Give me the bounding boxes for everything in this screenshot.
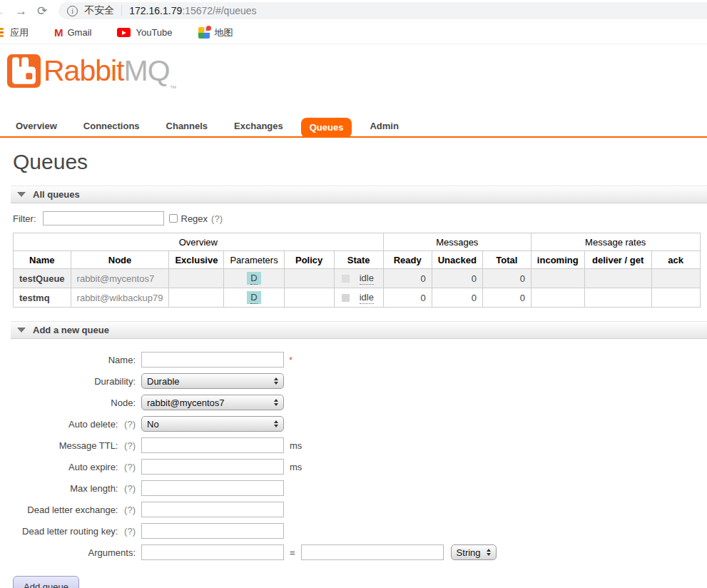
select-arrows-icon	[274, 377, 278, 385]
cell-unacked: 0	[432, 288, 482, 308]
auto-delete-select[interactable]: No	[141, 416, 284, 432]
durability-label: Durability:	[13, 376, 141, 387]
col-incoming[interactable]: incoming	[531, 251, 584, 269]
tab-queues[interactable]: Queues	[301, 118, 352, 138]
queue-node: rabbit@mycentos7	[71, 269, 169, 288]
state-link[interactable]: idle	[360, 273, 374, 285]
cell-ack	[651, 269, 700, 288]
form-row-node: Node: rabbit@mycentos7	[13, 395, 707, 410]
url-host: 172.16.1.79	[129, 5, 182, 16]
state-link[interactable]: idle	[360, 292, 374, 304]
cell-total: 0	[482, 288, 531, 308]
cell-total: 0	[482, 269, 531, 288]
auto-expire-field[interactable]	[141, 459, 284, 475]
regex-checkbox[interactable]	[169, 214, 178, 223]
durable-badge[interactable]: D	[247, 272, 260, 285]
argument-type-select[interactable]: String	[451, 544, 497, 560]
col-deliver-get[interactable]: deliver / get	[584, 251, 651, 269]
main-tabs: Overview Connections Channels Exchanges …	[0, 116, 707, 138]
dead-letter-routing-key-help-link[interactable]: (?)	[124, 526, 136, 537]
argument-key-field[interactable]	[141, 544, 284, 560]
message-ttl-help-link[interactable]: (?)	[124, 440, 136, 451]
refresh-icon[interactable]: ⟳	[37, 5, 47, 17]
max-length-help-link[interactable]: (?)	[124, 483, 136, 494]
auto-expire-label: Auto expire: (?)	[13, 462, 141, 472]
address-bar[interactable]: i 不安全 172.16.1.79:15672/#/queues	[59, 2, 707, 19]
cell-ready: 0	[383, 288, 432, 308]
queue-name[interactable]: testmq	[14, 288, 71, 308]
tab-connections[interactable]: Connections	[83, 116, 140, 136]
col-unacked[interactable]: Unacked	[432, 251, 482, 269]
regex-label: Regex	[181, 213, 208, 224]
cell-policy	[284, 288, 334, 308]
bookmark-maps[interactable]: 地图	[173, 26, 233, 39]
address-divider	[121, 5, 122, 16]
add-queue-button[interactable]: Add queue	[13, 576, 79, 588]
regex-help-link[interactable]: (?)	[211, 213, 223, 224]
queue-name[interactable]: testQueue	[14, 269, 71, 288]
add-queue-title: Add a new queue	[33, 325, 109, 335]
arguments-equals: =	[290, 547, 295, 558]
max-length-label: Max length: (?)	[13, 483, 141, 494]
message-ttl-field[interactable]	[141, 437, 284, 453]
col-state[interactable]: State	[334, 251, 383, 269]
bookmark-gmail[interactable]: M Gmail	[29, 26, 91, 39]
col-total[interactable]: Total	[482, 251, 531, 269]
node-label: Node:	[13, 397, 141, 408]
form-row-arguments: Arguments: = String	[13, 544, 707, 560]
durable-badge[interactable]: D	[247, 291, 260, 304]
select-arrows-icon	[487, 549, 491, 556]
cell-deliver-get	[584, 269, 651, 288]
select-arrows-icon	[274, 420, 278, 427]
message-ttl-label: Message TTL: (?)	[13, 440, 141, 451]
col-name[interactable]: Name	[14, 251, 71, 269]
form-row-durability: Durability: Durable	[13, 373, 707, 389]
bookmark-apps[interactable]: 应用	[0, 26, 29, 39]
table-row: testmq rabbit@wikbackup79 D idle 0 0 0	[14, 288, 701, 308]
auto-delete-help-link[interactable]: (?)	[124, 419, 136, 430]
table-column-header-row: Name Node Exclusive Parameters Policy St…	[14, 251, 701, 269]
add-queue-section-header[interactable]: Add a new queue	[11, 321, 707, 339]
rabbitmq-logo[interactable]: RabbitMQ™	[7, 54, 707, 105]
bookmark-apps-label: 应用	[10, 26, 29, 39]
node-select[interactable]: rabbit@mycentos7	[141, 395, 284, 410]
cell-policy	[284, 269, 334, 288]
col-ready[interactable]: Ready	[383, 251, 432, 269]
name-label: Name:	[13, 355, 141, 365]
forward-icon[interactable]: →	[15, 5, 27, 17]
cell-state: idle	[334, 269, 383, 288]
filter-input[interactable]	[43, 211, 164, 225]
cell-incoming	[531, 288, 584, 308]
form-row-dead-letter-routing-key: Dead letter routing key: (?)	[13, 523, 707, 539]
rabbitmq-wordmark: RabbitMQ™	[44, 54, 177, 105]
name-field[interactable]	[141, 352, 284, 368]
add-queue-form: Name: * Durability: Durable Node: rabbit…	[0, 352, 707, 588]
form-row-auto-delete: Auto delete: (?) No	[13, 416, 707, 432]
max-length-field[interactable]	[141, 480, 284, 496]
queues-table: Overview Messages Message rates Name Nod…	[13, 233, 701, 308]
tab-overview[interactable]: Overview	[16, 116, 57, 136]
dead-letter-exchange-field[interactable]	[141, 502, 284, 517]
col-policy[interactable]: Policy	[284, 251, 334, 269]
form-row-max-length: Max length: (?)	[13, 480, 707, 496]
form-row-dead-letter-exchange: Dead letter exchange: (?)	[13, 502, 707, 517]
bookmark-youtube[interactable]: YouTube	[91, 27, 172, 38]
col-ack[interactable]: ack	[651, 251, 700, 269]
tab-channels[interactable]: Channels	[166, 116, 208, 136]
all-queues-section-header[interactable]: All queues	[11, 186, 707, 203]
bookmark-gmail-label: Gmail	[68, 27, 92, 38]
security-label[interactable]: 不安全	[84, 4, 114, 17]
argument-value-field[interactable]	[301, 544, 444, 560]
tab-exchanges[interactable]: Exchanges	[234, 116, 283, 136]
tab-admin[interactable]: Admin	[370, 116, 398, 136]
col-node[interactable]: Node	[71, 251, 169, 269]
dead-letter-routing-key-field[interactable]	[141, 523, 284, 539]
auto-expire-help-link[interactable]: (?)	[124, 462, 136, 472]
dead-letter-exchange-help-link[interactable]: (?)	[124, 505, 136, 515]
durability-select[interactable]: Durable	[141, 373, 284, 389]
site-info-icon[interactable]: i	[67, 6, 78, 16]
back-icon[interactable]: ←	[0, 5, 5, 17]
url-path: :15672/#/queues	[182, 5, 256, 16]
rabbitmq-logo-icon	[7, 54, 41, 88]
col-exclusive[interactable]: Exclusive	[169, 251, 224, 269]
